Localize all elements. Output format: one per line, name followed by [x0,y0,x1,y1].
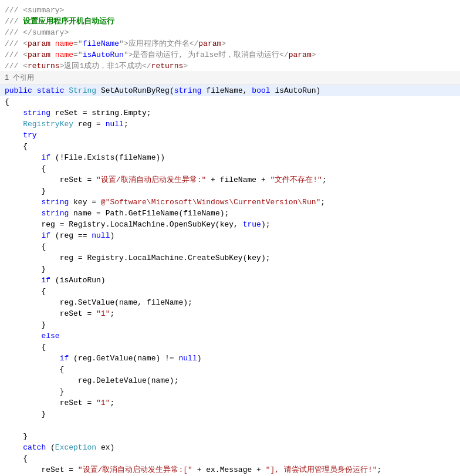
code-line: { [0,141,460,152]
code-line: if (!File.Exists(fileName)) [0,152,460,163]
code-line: reSet = "1"; [0,397,460,409]
code-line: { [0,364,460,375]
code-line: { [0,163,460,174]
code-line: if (reg.GetValue(name) != null) [0,353,460,364]
code-line: reSet = "1"; [0,308,460,319]
code-line: reg = Registry.LocalMachine.CreateSubKey… [0,252,460,264]
code-line: } [0,185,460,197]
code-line: } [0,409,460,420]
code-line: } [0,264,460,275]
code-line: { [0,453,460,464]
code-line: string name = Path.GetFileName(fileName)… [0,208,460,219]
code-line: reSet = "设置/取消自动启动发生异常:[" + ex.Message +… [0,464,460,475]
code-editor: /// <summary> /// 设置应用程序开机自动运行 /// </sum… [0,0,460,476]
code-line: string key = @"Software\Microsoft\Window… [0,197,460,208]
code-line: /// </summary> [0,27,460,38]
code-line: RegistryKey reg = null; [0,119,460,130]
code-line: if (isAutoRun) [0,275,460,286]
code-line: else [0,330,460,342]
code-line: reg.SetValue(name, fileName); [0,297,460,308]
code-line: reg = Registry.LocalMachine.OpenSubKey(k… [0,219,460,230]
code-line: reg.DeleteValue(name); [0,375,460,386]
ref-count-line: 1 个引用 [0,72,460,85]
code-line: try [0,130,460,141]
code-line: if (reg == null) [0,230,460,241]
code-line: /// <summary> [0,5,460,16]
code-line: { [0,241,460,252]
code-line: } [0,431,460,442]
code-line: reSet = "设置/取消自动启动发生异常:" + fileName + "文… [0,174,460,185]
code-line: } [0,386,460,397]
code-line: { [0,342,460,353]
code-line: /// 设置应用程序开机自动运行 [0,16,460,27]
code-line: string reSet = string.Empty; [0,107,460,119]
code-line: } [0,319,460,330]
code-line: /// <returns>返回1成功，非1不成功</returns> [0,60,460,72]
function-signature-line: public static String SetAutoRunByReg(str… [0,85,460,96]
code-line: { [0,96,460,107]
code-line [0,420,460,431]
code-line: /// <param name="isAutoRun">是否自动运行, 为fal… [0,49,460,60]
catch-line: catch (Exception ex) [0,442,460,453]
code-line: { [0,286,460,297]
code-line: /// <param name="fileName">应用程序的文件名</par… [0,38,460,49]
